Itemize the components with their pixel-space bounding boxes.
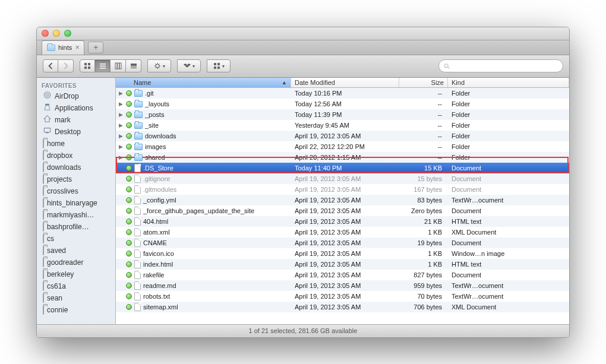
file-size: 1 KB bbox=[399, 250, 448, 257]
sidebar-item[interactable]: cs bbox=[37, 233, 115, 245]
tab-hints[interactable]: hints × bbox=[42, 40, 84, 55]
column-size[interactable]: Size bbox=[399, 78, 448, 87]
file-row[interactable]: 404.html April 19, 2012 3:05 AM 21 KB HT… bbox=[116, 216, 569, 227]
minimize-button[interactable] bbox=[53, 30, 60, 37]
file-row[interactable]: ▶ _layouts Today 12:56 AM -- Folder bbox=[116, 99, 569, 109]
file-row[interactable]: robots.txt April 19, 2012 3:05 AM 70 byt… bbox=[116, 291, 569, 302]
disclosure-triangle-icon[interactable]: ▶ bbox=[118, 112, 124, 117]
sidebar-item[interactable]: crosslives bbox=[37, 185, 115, 197]
disclosure-triangle-icon[interactable]: ▶ bbox=[118, 122, 124, 128]
file-date: Today 11:40 PM bbox=[291, 164, 399, 172]
sync-status-icon bbox=[126, 219, 132, 224]
apps-icon bbox=[43, 103, 52, 113]
file-row[interactable]: .DS_Store Today 11:40 PM 15 KB Document bbox=[116, 163, 569, 173]
sidebar-item[interactable]: sean bbox=[37, 292, 115, 304]
file-kind: Folder bbox=[448, 132, 569, 140]
file-row[interactable]: ▶ images April 22, 2012 12:20 PM -- Fold… bbox=[116, 141, 569, 152]
file-row[interactable]: _force_github_pages_update_the_site Apri… bbox=[116, 205, 569, 216]
search-input[interactable] bbox=[452, 62, 558, 69]
file-row[interactable]: index.html April 19, 2012 3:05 AM 1 KB H… bbox=[116, 259, 569, 270]
desktop-icon bbox=[43, 126, 52, 137]
zoom-button[interactable] bbox=[64, 30, 71, 37]
sidebar-item[interactable]: Desktop bbox=[37, 126, 115, 138]
sidebar[interactable]: FAVORITES AirDropApplicationsmarkDesktop… bbox=[37, 78, 116, 324]
sidebar-item-label: crosslives bbox=[47, 187, 78, 195]
disclosure-triangle-icon[interactable]: ▶ bbox=[118, 90, 124, 96]
new-tab-button[interactable]: + bbox=[88, 42, 103, 53]
doc-icon bbox=[134, 271, 141, 279]
close-button[interactable] bbox=[42, 30, 49, 37]
sync-status-icon bbox=[126, 283, 132, 289]
sidebar-item-label: bashprofile… bbox=[47, 223, 89, 231]
file-kind: TextWr…ocument bbox=[448, 293, 569, 300]
disclosure-triangle-icon[interactable]: ▶ bbox=[118, 154, 124, 160]
file-row[interactable]: ▶ _posts Today 11:39 PM -- Folder bbox=[116, 109, 569, 120]
file-name: _config.yml bbox=[143, 197, 176, 204]
sidebar-item[interactable]: hints_binaryage bbox=[37, 197, 115, 209]
file-size: 827 bytes bbox=[399, 271, 448, 278]
sidebar-item[interactable]: saved bbox=[37, 245, 115, 257]
file-row[interactable]: atom.xml April 19, 2012 3:05 AM 1 KB XML… bbox=[116, 227, 569, 238]
file-name: index.html bbox=[143, 261, 173, 268]
icon-view-button[interactable] bbox=[80, 59, 95, 72]
dropbox-button[interactable]: ▾ bbox=[177, 59, 201, 72]
sidebar-item[interactable]: berkeley bbox=[37, 268, 115, 280]
back-button[interactable] bbox=[43, 59, 58, 72]
file-size: 70 bytes bbox=[399, 293, 448, 300]
column-view-button[interactable] bbox=[111, 59, 126, 72]
tab-label: hints bbox=[58, 44, 72, 51]
sidebar-item[interactable]: cs61a bbox=[37, 280, 115, 292]
folder-icon bbox=[134, 154, 143, 161]
sidebar-item[interactable]: goodreader bbox=[37, 257, 115, 268]
file-date: April 19, 2012 3:05 AM bbox=[291, 186, 399, 193]
sidebar-item[interactable]: projects bbox=[37, 173, 115, 185]
file-size: 15 KB bbox=[399, 164, 448, 172]
sidebar-item[interactable]: dropbox bbox=[37, 150, 115, 162]
folder-icon bbox=[43, 294, 44, 302]
svg-rect-12 bbox=[131, 68, 137, 68]
file-kind: Folder bbox=[448, 100, 569, 107]
file-kind: Document bbox=[448, 186, 569, 193]
sidebar-item[interactable]: markmiyashi… bbox=[37, 209, 115, 221]
file-row[interactable]: .gitignore April 19, 2012 3:05 AM 15 byt… bbox=[116, 173, 569, 184]
list-view-button[interactable] bbox=[95, 59, 111, 72]
sidebar-item-label: berkeley bbox=[47, 270, 74, 278]
disclosure-triangle-icon[interactable]: ▶ bbox=[118, 144, 124, 149]
file-row[interactable]: CNAME April 19, 2012 3:05 AM 19 bytes Do… bbox=[116, 238, 569, 248]
file-name: _posts bbox=[145, 111, 164, 118]
sidebar-item-label: markmiyashi… bbox=[47, 211, 94, 219]
column-name[interactable]: Name▲ bbox=[116, 78, 291, 87]
sidebar-item[interactable]: AirDrop bbox=[37, 90, 115, 102]
search-field[interactable] bbox=[438, 59, 563, 72]
disclosure-triangle-icon[interactable]: ▶ bbox=[118, 133, 124, 138]
column-date[interactable]: Date Modified bbox=[291, 78, 399, 87]
file-row[interactable]: readme.md April 19, 2012 3:05 AM 959 byt… bbox=[116, 280, 569, 291]
file-date: April 19, 2012 3:05 AM bbox=[291, 282, 399, 289]
titlebar[interactable] bbox=[37, 27, 569, 40]
sidebar-item[interactable]: bashprofile… bbox=[37, 221, 115, 233]
coverflow-view-button[interactable] bbox=[126, 59, 141, 72]
forward-button[interactable] bbox=[58, 59, 74, 72]
file-row[interactable]: _config.yml April 19, 2012 3:05 AM 83 by… bbox=[116, 195, 569, 205]
file-row[interactable]: ▶ .git Today 10:16 PM -- Folder bbox=[116, 88, 569, 99]
file-row[interactable]: favicon.ico April 19, 2012 3:05 AM 1 KB … bbox=[116, 248, 569, 259]
sidebar-item[interactable]: connie bbox=[37, 304, 115, 316]
sidebar-item-label: AirDrop bbox=[55, 92, 79, 100]
file-list[interactable]: ▶ .git Today 10:16 PM -- Folder ▶ _layou… bbox=[116, 88, 569, 324]
sidebar-item[interactable]: downloads bbox=[37, 162, 115, 173]
file-row[interactable]: ▶ shared April 20, 2012 1:15 AM -- Folde… bbox=[116, 152, 569, 163]
file-row[interactable]: rakefile April 19, 2012 3:05 AM 827 byte… bbox=[116, 270, 569, 280]
arrange-button[interactable]: ▾ bbox=[207, 59, 231, 72]
sidebar-item[interactable]: mark bbox=[37, 114, 115, 126]
file-row[interactable]: ▶ _site Yesterday 9:45 AM -- Folder bbox=[116, 120, 569, 131]
file-row[interactable]: .gitmodules April 19, 2012 3:05 AM 167 b… bbox=[116, 184, 569, 195]
action-button[interactable]: ▾ bbox=[147, 59, 171, 72]
disclosure-triangle-icon[interactable]: ▶ bbox=[118, 101, 124, 106]
file-row[interactable]: ▶ downloads April 19, 2012 3:05 AM -- Fo… bbox=[116, 131, 569, 141]
column-kind[interactable]: Kind bbox=[448, 78, 569, 87]
tab-close-icon[interactable]: × bbox=[73, 43, 81, 52]
file-row[interactable]: sitemap.xml April 19, 2012 3:05 AM 706 b… bbox=[116, 302, 569, 312]
sidebar-item[interactable]: Applications bbox=[37, 102, 115, 114]
folder-icon bbox=[43, 175, 44, 183]
sidebar-item[interactable]: home bbox=[37, 138, 115, 150]
